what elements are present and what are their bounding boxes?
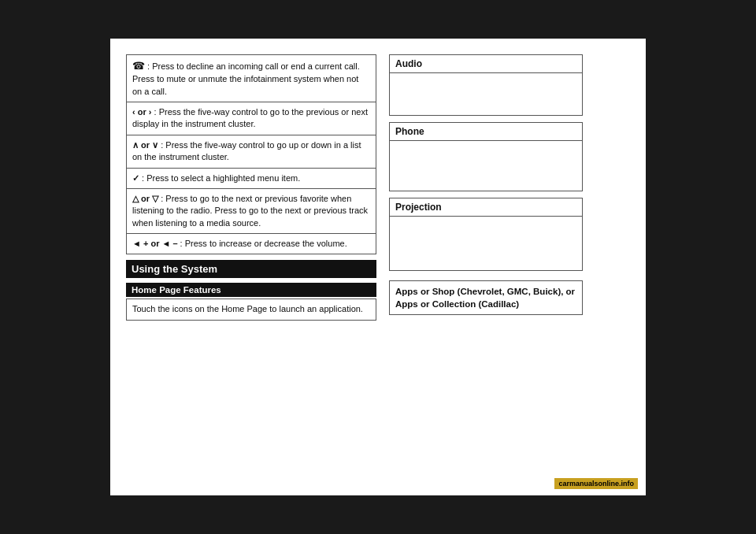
ud-arrow-control: ∧ or ∨ : Press the five-way control to g… — [126, 135, 376, 169]
projection-header: Projection — [389, 198, 583, 217]
right-column: Audio Phone Projection Apps or Shop (Che… — [386, 54, 583, 480]
audio-section: Audio — [389, 54, 583, 122]
audio-header: Audio — [389, 54, 583, 73]
apps-section: Apps or Shop (Chevrolet, GMC, Buick), or… — [389, 280, 583, 315]
ud-arrow-text: : Press the five-way control to go up or… — [132, 140, 361, 161]
home-page-features-header: Home Page Features — [126, 283, 376, 297]
home-page-body: Touch the icons on the Home Page to laun… — [126, 299, 376, 320]
volume-text: : Press to increase or decrease the volu… — [180, 239, 347, 248]
page-container: ☎ : Press to decline an incoming call or… — [110, 39, 646, 495]
check-control: ✓ : Press to select a highlighted menu i… — [126, 168, 376, 189]
triangle-text: : Press to go to the next or previous fa… — [132, 194, 368, 228]
volume-control: ◄ + or ◄ – : Press to increase or decrea… — [126, 233, 376, 254]
left-column: ☎ : Press to decline an incoming call or… — [126, 54, 386, 480]
lr-arrow-icon: ‹ or › — [132, 107, 151, 117]
phone-control-text: : Press to decline an incoming call or e… — [132, 61, 360, 96]
phone-icon: ☎ — [132, 60, 145, 72]
phone-section: Phone — [389, 122, 583, 198]
lr-arrow-control: ‹ or › : Press the five-way control to g… — [126, 102, 376, 135]
triangle-icon: △ or ▽ — [132, 194, 158, 203]
projection-content — [389, 216, 583, 271]
triangle-control: △ or ▽ : Press to go to the next or prev… — [126, 188, 376, 234]
phone-content — [389, 140, 583, 191]
lr-arrow-text: : Press the five-way control to go to th… — [132, 107, 368, 128]
watermark: carmanualsonline.info — [554, 478, 638, 489]
check-text: : Press to select a highlighted menu ite… — [142, 173, 300, 183]
projection-section: Projection — [389, 198, 583, 277]
ud-arrow-icon: ∧ or ∨ — [132, 140, 158, 150]
check-icon: ✓ — [132, 173, 139, 183]
phone-header: Phone — [389, 122, 583, 141]
phone-icon-control: ☎ : Press to decline an incoming call or… — [126, 54, 376, 102]
audio-content — [389, 72, 583, 116]
volume-icon: ◄ + or ◄ – — [132, 239, 180, 248]
using-system-header: Using the System — [126, 260, 376, 278]
